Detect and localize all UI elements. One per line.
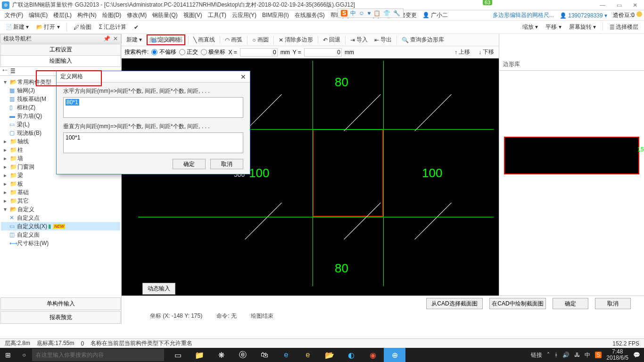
f-slab[interactable]: 板: [17, 180, 23, 188]
menu-cloud[interactable]: 云应用(Y): [229, 11, 259, 19]
ggj-app-icon[interactable]: ⊕: [384, 348, 405, 362]
check-tool[interactable]: ✔: [131, 23, 141, 32]
store-icon[interactable]: 🛍: [254, 348, 275, 362]
shear-wall[interactable]: 剪力墙(Q): [17, 112, 42, 120]
sum-tool[interactable]: Σ 汇总计算: [96, 22, 130, 32]
tray-link[interactable]: 链接: [531, 351, 542, 359]
pin-icon[interactable]: 📌: [103, 35, 110, 42]
ime-clip[interactable]: 📋: [373, 10, 380, 16]
bluetooth-icon[interactable]: ᚼ: [554, 352, 558, 358]
f-other[interactable]: 其它: [17, 197, 29, 205]
lower-ok[interactable]: 确定: [553, 298, 588, 309]
draw-tool[interactable]: 🖊 绘图: [71, 22, 94, 32]
v-spacing-input[interactable]: 100*1: [63, 132, 243, 153]
dialog-close[interactable]: ✕: [240, 73, 246, 81]
beam[interactable]: 梁(L): [17, 121, 30, 129]
radio-ortho[interactable]: 正交: [179, 48, 198, 56]
custom-point[interactable]: 自定义点: [17, 214, 40, 222]
account-id[interactable]: 👤 13907298339 ▾: [560, 12, 607, 19]
menu-edit[interactable]: 编辑(E): [26, 11, 50, 19]
f-wall[interactable]: 墙: [17, 155, 23, 163]
dim-mark[interactable]: 尺寸标注(W): [17, 239, 49, 247]
ime-skin[interactable]: 👕: [383, 10, 390, 16]
undo-btn[interactable]: ↶ 回退: [321, 35, 342, 44]
close-button[interactable]: ✕: [628, 2, 642, 8]
menu-user-btn[interactable]: 👤 广小二: [420, 11, 451, 19]
raft-foundation[interactable]: 筏板基础(M: [17, 95, 46, 103]
tray-up[interactable]: ˄: [547, 352, 550, 358]
menu-draw[interactable]: 绘图(D): [99, 11, 124, 19]
ime-tray[interactable]: 中: [585, 351, 590, 359]
import-btn[interactable]: ⇥ 导入: [348, 35, 370, 44]
menu-component[interactable]: 构件(N): [74, 11, 99, 19]
tree-view-icon[interactable]: ☰: [10, 68, 16, 74]
project-settings-button[interactable]: 工程设置: [0, 44, 121, 56]
notifications-icon[interactable]: 💬: [633, 352, 640, 358]
net-icon[interactable]: 🖧: [574, 352, 580, 358]
custom-line[interactable]: 自定义线(X): [17, 222, 47, 230]
dynamic-input-tab[interactable]: 动态输入: [142, 283, 175, 295]
f-custom[interactable]: 自定义: [17, 206, 34, 214]
folder-open-icon[interactable]: 📂: [319, 348, 340, 362]
draw-cad-section[interactable]: 在CAD中绘制截面图: [489, 298, 546, 309]
draw-input-tab[interactable]: 绘图输入: [0, 56, 121, 67]
radio-no-offset[interactable]: 不偏移: [151, 48, 176, 56]
f-door[interactable]: 门窗洞: [17, 163, 34, 171]
task-view-icon[interactable]: ▭: [167, 348, 189, 362]
menu-online[interactable]: 在线服务(S): [292, 11, 328, 19]
menu-modify[interactable]: 修改(M): [124, 11, 149, 19]
new-comp-btn[interactable]: 新建 ▾: [124, 35, 144, 44]
x-input[interactable]: [240, 48, 278, 57]
rotate-tool[interactable]: 屏幕旋转 ▾: [566, 22, 599, 32]
edge-icon[interactable]: e: [275, 348, 297, 362]
select-floor[interactable]: ☰ 选择楼层: [607, 22, 641, 32]
clock[interactable]: 7:48 2018/6/5: [606, 349, 628, 361]
report-preview-btn[interactable]: 报表预览: [0, 311, 121, 324]
swirl-icon[interactable]: ❋: [210, 348, 232, 362]
draw-line-btn[interactable]: ╲ 画直线: [191, 35, 217, 44]
sogou-tray[interactable]: S: [595, 352, 602, 358]
vol-icon[interactable]: 🔊: [562, 352, 570, 358]
menu-tools[interactable]: 工具(T): [205, 11, 229, 19]
minimize-button[interactable]: —: [595, 2, 610, 8]
ime-mode[interactable]: 中: [350, 9, 356, 17]
menu-bim[interactable]: BIM应用(I): [259, 11, 292, 19]
export-btn[interactable]: ⇤ 导出: [372, 35, 394, 44]
f-beam[interactable]: 梁: [17, 172, 23, 180]
move-down-btn[interactable]: ↓ 下移: [477, 48, 496, 57]
zoom-tool[interactable]: 缩放 ▾: [520, 22, 541, 32]
clear-poly-btn[interactable]: ✕ 清除多边形: [277, 35, 315, 44]
custom-area[interactable]: 自定义面: [17, 231, 40, 239]
tree-expand-icon[interactable]: ⁺⁻: [2, 68, 8, 74]
red-app-icon[interactable]: ◉: [362, 348, 384, 362]
f-axis[interactable]: 轴线: [17, 138, 29, 146]
explorer-icon[interactable]: 📁: [189, 348, 210, 362]
f-found[interactable]: 基础: [17, 189, 29, 197]
dialog-cancel[interactable]: 取消: [210, 159, 243, 169]
browser-icon[interactable]: ◐: [340, 348, 362, 362]
price-bean[interactable]: 造价豆:0: [613, 11, 642, 19]
ime-bar[interactable]: S 中 ☺ ♥ 📋 👕 🔧: [338, 8, 404, 18]
y-input[interactable]: [304, 48, 342, 57]
slab[interactable]: 现浇板(B): [17, 129, 41, 137]
nav-close[interactable]: ✕: [113, 35, 118, 42]
search-poly-btn[interactable]: 🔍 查询多边形库: [400, 35, 446, 44]
draw-circle-btn[interactable]: ○ 画圆: [250, 35, 270, 44]
ime-emoji[interactable]: ☺: [359, 10, 364, 16]
lower-cancel[interactable]: 取消: [595, 298, 631, 309]
ie-old-icon[interactable]: e: [297, 348, 319, 362]
menu-view[interactable]: 视图(V): [181, 11, 205, 19]
move-up-btn[interactable]: ↑ 上移: [453, 48, 472, 57]
pan-tool[interactable]: 平移 ▾: [543, 22, 564, 32]
new-button[interactable]: 新建 ▾: [3, 22, 32, 32]
frame-column[interactable]: 框柱(Z): [17, 104, 35, 112]
ime-heart[interactable]: ♥: [367, 10, 371, 16]
h-spacing-input[interactable]: 80*1: [63, 97, 243, 118]
cortana-icon[interactable]: ○: [16, 352, 32, 358]
start-button[interactable]: ⊞: [0, 351, 16, 359]
grid-size-link[interactable]: 多边形编辑器的网格尺...: [493, 11, 554, 19]
poly-lib-tab[interactable]: 边形库: [499, 58, 644, 71]
taskbar-search[interactable]: [32, 349, 164, 361]
draw-arc-btn[interactable]: ◠ 画弧: [223, 35, 244, 44]
single-component-btn[interactable]: 单构件输入: [0, 297, 121, 310]
